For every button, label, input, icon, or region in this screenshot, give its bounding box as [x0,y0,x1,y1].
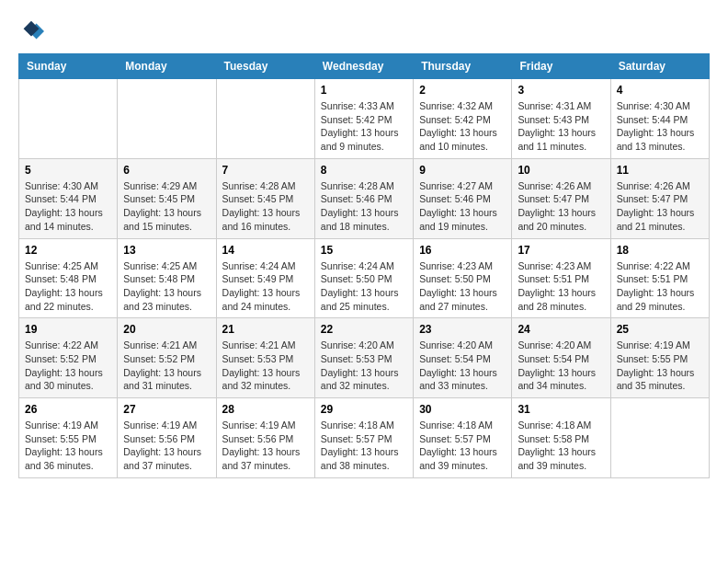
day-number: 16 [419,244,506,257]
day-number: 31 [518,403,604,416]
day-info: Sunrise: 4:33 AMSunset: 5:42 PMDaylight:… [321,99,407,154]
day-info: Sunrise: 4:21 AMSunset: 5:53 PMDaylight:… [222,339,309,393]
day-info: Sunrise: 4:20 AMSunset: 5:54 PMDaylight:… [419,339,506,393]
day-info: Sunrise: 4:22 AMSunset: 5:52 PMDaylight:… [25,339,111,393]
day-info: Sunrise: 4:22 AMSunset: 5:51 PMDaylight:… [617,259,703,314]
day-info: Sunrise: 4:18 AMSunset: 5:58 PMDaylight:… [518,419,604,473]
day-info: Sunrise: 4:28 AMSunset: 5:46 PMDaylight:… [321,179,407,234]
day-info: Sunrise: 4:32 AMSunset: 5:42 PMDaylight:… [419,99,506,154]
day-cell: 2Sunrise: 4:32 AMSunset: 5:42 PMDaylight… [414,79,512,159]
weekday-header-monday: Monday [118,54,216,79]
day-info: Sunrise: 4:19 AMSunset: 5:56 PMDaylight:… [222,419,309,473]
day-info: Sunrise: 4:26 AMSunset: 5:47 PMDaylight:… [518,179,604,234]
day-info: Sunrise: 4:24 AMSunset: 5:50 PMDaylight:… [321,259,407,314]
day-number: 27 [123,403,210,416]
day-cell: 28Sunrise: 4:19 AMSunset: 5:56 PMDayligh… [216,398,314,478]
week-row-4: 19Sunrise: 4:22 AMSunset: 5:52 PMDayligh… [19,318,710,398]
day-number: 9 [419,164,506,177]
day-number: 7 [222,164,309,177]
day-cell [610,398,709,478]
day-number: 13 [123,244,210,257]
day-info: Sunrise: 4:25 AMSunset: 5:48 PMDaylight:… [123,259,210,314]
day-number: 24 [518,323,604,336]
day-info: Sunrise: 4:30 AMSunset: 5:44 PMDaylight:… [617,99,703,154]
day-cell: 18Sunrise: 4:22 AMSunset: 5:51 PMDayligh… [610,238,709,318]
day-info: Sunrise: 4:20 AMSunset: 5:54 PMDaylight:… [518,339,604,393]
day-info: Sunrise: 4:23 AMSunset: 5:51 PMDaylight:… [518,259,604,314]
day-cell: 15Sunrise: 4:24 AMSunset: 5:50 PMDayligh… [314,238,413,318]
day-cell: 12Sunrise: 4:25 AMSunset: 5:48 PMDayligh… [19,238,118,318]
day-number: 18 [617,244,703,257]
day-number: 3 [518,84,604,97]
weekday-header-wednesday: Wednesday [314,54,413,79]
day-number: 25 [617,323,703,336]
day-cell: 14Sunrise: 4:24 AMSunset: 5:49 PMDayligh… [216,238,314,318]
day-cell: 30Sunrise: 4:18 AMSunset: 5:57 PMDayligh… [414,398,512,478]
week-row-2: 5Sunrise: 4:30 AMSunset: 5:44 PMDaylight… [19,158,710,238]
week-row-3: 12Sunrise: 4:25 AMSunset: 5:48 PMDayligh… [19,238,710,318]
day-number: 17 [518,244,604,257]
day-number: 1 [321,84,407,97]
day-info: Sunrise: 4:27 AMSunset: 5:46 PMDaylight:… [419,179,506,234]
day-cell: 17Sunrise: 4:23 AMSunset: 5:51 PMDayligh… [512,238,610,318]
day-cell: 22Sunrise: 4:20 AMSunset: 5:53 PMDayligh… [314,318,413,398]
day-number: 30 [419,403,506,416]
day-info: Sunrise: 4:24 AMSunset: 5:49 PMDaylight:… [222,259,309,314]
day-cell: 23Sunrise: 4:20 AMSunset: 5:54 PMDayligh… [414,318,512,398]
day-number: 14 [222,244,309,257]
day-number: 11 [617,164,703,177]
day-number: 8 [321,164,407,177]
day-number: 23 [419,323,506,336]
day-cell: 13Sunrise: 4:25 AMSunset: 5:48 PMDayligh… [118,238,216,318]
day-info: Sunrise: 4:23 AMSunset: 5:50 PMDaylight:… [419,259,506,314]
day-info: Sunrise: 4:18 AMSunset: 5:57 PMDaylight:… [321,419,407,473]
day-cell: 11Sunrise: 4:26 AMSunset: 5:47 PMDayligh… [610,158,709,238]
day-info: Sunrise: 4:26 AMSunset: 5:47 PMDaylight:… [617,179,703,234]
day-number: 22 [321,323,407,336]
day-info: Sunrise: 4:19 AMSunset: 5:55 PMDaylight:… [25,419,111,473]
day-cell [216,79,314,159]
weekday-header-tuesday: Tuesday [216,54,314,79]
day-cell: 16Sunrise: 4:23 AMSunset: 5:50 PMDayligh… [414,238,512,318]
day-cell: 27Sunrise: 4:19 AMSunset: 5:56 PMDayligh… [118,398,216,478]
day-number: 19 [25,323,111,336]
logo-icon [18,18,44,44]
day-cell: 5Sunrise: 4:30 AMSunset: 5:44 PMDaylight… [19,158,118,238]
day-number: 10 [518,164,604,177]
calendar: SundayMondayTuesdayWednesdayThursdayFrid… [18,53,710,478]
weekday-header-sunday: Sunday [19,54,118,79]
day-cell [118,79,216,159]
day-info: Sunrise: 4:19 AMSunset: 5:56 PMDaylight:… [123,419,210,473]
day-cell: 29Sunrise: 4:18 AMSunset: 5:57 PMDayligh… [314,398,413,478]
day-number: 21 [222,323,309,336]
day-cell: 19Sunrise: 4:22 AMSunset: 5:52 PMDayligh… [19,318,118,398]
day-number: 12 [25,244,111,257]
day-cell: 9Sunrise: 4:27 AMSunset: 5:46 PMDaylight… [414,158,512,238]
day-cell: 7Sunrise: 4:28 AMSunset: 5:45 PMDaylight… [216,158,314,238]
day-number: 2 [419,84,506,97]
day-info: Sunrise: 4:28 AMSunset: 5:45 PMDaylight:… [222,179,309,234]
day-cell: 8Sunrise: 4:28 AMSunset: 5:46 PMDaylight… [314,158,413,238]
day-number: 6 [123,164,210,177]
day-number: 20 [123,323,210,336]
day-cell: 20Sunrise: 4:21 AMSunset: 5:52 PMDayligh… [118,318,216,398]
day-number: 15 [321,244,407,257]
day-cell: 21Sunrise: 4:21 AMSunset: 5:53 PMDayligh… [216,318,314,398]
day-info: Sunrise: 4:30 AMSunset: 5:44 PMDaylight:… [25,179,111,234]
day-number: 4 [617,84,703,97]
day-info: Sunrise: 4:31 AMSunset: 5:43 PMDaylight:… [518,99,604,154]
weekday-header-saturday: Saturday [610,54,709,79]
weekday-header-thursday: Thursday [414,54,512,79]
day-cell: 3Sunrise: 4:31 AMSunset: 5:43 PMDaylight… [512,79,610,159]
day-cell: 26Sunrise: 4:19 AMSunset: 5:55 PMDayligh… [19,398,118,478]
day-info: Sunrise: 4:18 AMSunset: 5:57 PMDaylight:… [419,419,506,473]
header [18,18,710,44]
day-info: Sunrise: 4:29 AMSunset: 5:45 PMDaylight:… [123,179,210,234]
day-cell: 24Sunrise: 4:20 AMSunset: 5:54 PMDayligh… [512,318,610,398]
day-cell: 6Sunrise: 4:29 AMSunset: 5:45 PMDaylight… [118,158,216,238]
day-info: Sunrise: 4:20 AMSunset: 5:53 PMDaylight:… [321,339,407,393]
day-number: 29 [321,403,407,416]
day-number: 5 [25,164,111,177]
day-number: 26 [25,403,111,416]
day-cell: 1Sunrise: 4:33 AMSunset: 5:42 PMDaylight… [314,79,413,159]
